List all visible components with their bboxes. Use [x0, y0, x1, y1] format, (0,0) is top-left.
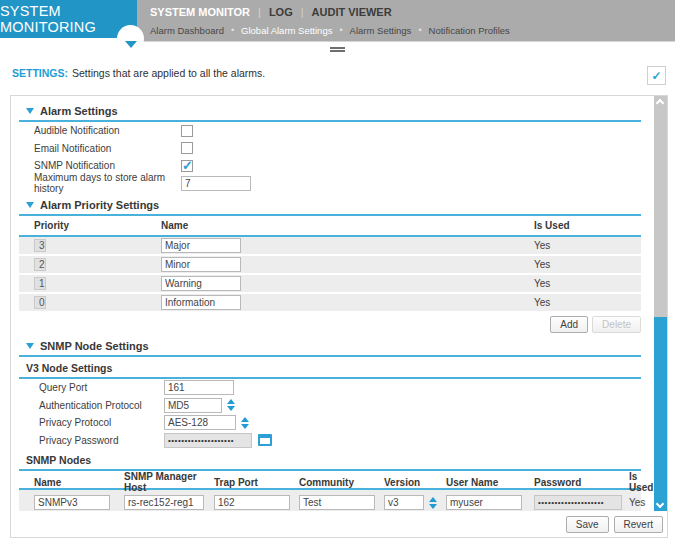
field-label: Maximum days to store alarm history: [34, 172, 181, 194]
section-header-alarm-priority[interactable]: Alarm Priority Settings: [19, 197, 641, 213]
field-email-notification: Email Notification: [19, 140, 641, 158]
apply-settings-button[interactable]: ✓: [647, 66, 666, 85]
column-header-version: Version: [384, 477, 446, 488]
auth-protocol-select[interactable]: MD5: [164, 398, 235, 413]
settings-description: Settings that are applied to all the ala…: [72, 67, 265, 79]
priority-add-button[interactable]: Add: [550, 316, 588, 333]
snmp-nodes-table-header: Name SNMP Manager Host Trap Port Communi…: [19, 471, 641, 488]
column-header-community: Community: [299, 477, 384, 488]
tab-system-monitor[interactable]: SYSTEM MONITOR: [150, 6, 250, 18]
field-label: Privacy Password: [39, 435, 164, 446]
section-title: SNMP Node Settings: [40, 340, 149, 352]
priority-value: 1: [34, 277, 46, 290]
settings-panel: Alarm Settings Audible Notification Emai…: [10, 95, 668, 538]
snmp-notification-checkbox[interactable]: [181, 160, 193, 172]
priority-is-used: Yes: [534, 297, 641, 308]
priority-delete-button[interactable]: Delete: [592, 316, 641, 333]
breadcrumb-global-alarm-settings[interactable]: Global Alarm Settings: [241, 25, 332, 36]
v3-node-settings-title: V3 Node Settings: [19, 362, 641, 376]
breadcrumb-alarm-dashboard[interactable]: Alarm Dashboard: [150, 25, 224, 36]
priority-is-used: Yes: [534, 259, 641, 270]
collapse-triangle-icon: [26, 108, 34, 114]
breadcrumb-dot: •: [231, 25, 234, 35]
node-name-input[interactable]: [34, 495, 110, 510]
section-header-alarm-settings[interactable]: Alarm Settings: [19, 103, 641, 119]
breadcrumb-alarm-settings[interactable]: Alarm Settings: [350, 25, 412, 36]
field-audible-notification: Audible Notification: [19, 122, 641, 140]
column-header-is-used: Is Used: [629, 471, 653, 493]
field-label: Privacy Protocol: [39, 417, 164, 428]
chevron-down-icon: [125, 41, 137, 48]
app-menu-toggle[interactable]: [117, 25, 144, 52]
breadcrumb-notification-profiles[interactable]: Notification Profiles: [429, 25, 510, 36]
tab-log[interactable]: LOG: [269, 6, 293, 18]
scrollbar-thumb[interactable]: [654, 317, 667, 511]
priority-table-row[interactable]: 3 Yes: [19, 237, 641, 254]
scroll-down-icon[interactable]: [656, 500, 664, 508]
node-user-input[interactable]: [446, 495, 522, 510]
node-community-input[interactable]: [299, 495, 375, 510]
auth-protocol-value: MD5: [164, 398, 222, 413]
column-header-trap-port: Trap Port: [214, 477, 299, 488]
priority-table-row[interactable]: 2 Yes: [19, 256, 641, 273]
revert-button[interactable]: Revert: [614, 516, 663, 533]
priority-name-input[interactable]: [161, 295, 241, 310]
priority-name-input[interactable]: [161, 257, 241, 272]
priority-table-actions: Add Delete: [19, 316, 641, 333]
priority-table-row[interactable]: 0 Yes: [19, 294, 641, 311]
field-label: Email Notification: [34, 143, 181, 154]
field-query-port: Query Port: [19, 379, 641, 397]
node-version-select[interactable]: v3: [384, 495, 446, 510]
priority-name-input[interactable]: [161, 238, 241, 253]
node-password-field[interactable]: ••••••••••••••••••••: [534, 495, 622, 510]
top-navbar: SYSTEM MONITOR | LOG | AUDIT VIEWER Alar…: [137, 0, 675, 42]
settings-panel-body: Alarm Settings Audible Notification Emai…: [11, 96, 667, 511]
field-privacy-protocol: Privacy Protocol AES-128: [19, 414, 641, 432]
privacy-password-field[interactable]: ••••••••••••••••••••: [164, 433, 252, 448]
email-notification-checkbox[interactable]: [181, 142, 193, 154]
show-password-icon[interactable]: [258, 434, 272, 446]
priority-name-input[interactable]: [161, 276, 241, 291]
breadcrumb: Alarm Dashboard • Global Alarm Settings …: [150, 22, 675, 38]
menu-separator: |: [258, 6, 261, 18]
field-auth-protocol: Authentication Protocol MD5: [19, 397, 641, 415]
settings-intro: SETTINGS: Settings that are applied to a…: [12, 67, 639, 79]
section-title: Alarm Settings: [40, 105, 118, 117]
spinner-icon[interactable]: [429, 497, 437, 509]
spinner-icon[interactable]: [227, 399, 235, 411]
audible-notification-checkbox[interactable]: [181, 125, 193, 137]
node-host-input[interactable]: [124, 495, 204, 510]
column-header-password: Password: [534, 477, 629, 488]
section-divider: [19, 355, 641, 357]
column-header-host: SNMP Manager Host: [124, 471, 214, 493]
priority-value: 2: [34, 258, 46, 271]
vertical-scrollbar[interactable]: [654, 96, 667, 511]
section-header-snmp-node-settings[interactable]: SNMP Node Settings: [19, 338, 641, 354]
max-days-input[interactable]: [181, 176, 251, 191]
column-header-name: Name: [161, 220, 534, 231]
privacy-protocol-select[interactable]: AES-128: [164, 415, 249, 430]
column-header-user-name: User Name: [446, 477, 534, 488]
query-port-input[interactable]: [164, 380, 234, 395]
snmp-node-row[interactable]: v3 •••••••••••••••••••• Yes: [19, 490, 641, 511]
scroll-up-icon[interactable]: [656, 99, 664, 107]
field-max-days: Maximum days to store alarm history: [19, 175, 641, 193]
splitter-handle[interactable]: [330, 47, 346, 53]
save-button[interactable]: Save: [566, 516, 609, 533]
column-header-name: Name: [34, 477, 124, 488]
priority-table-row[interactable]: 1 Yes: [19, 275, 641, 292]
field-label: Query Port: [39, 382, 164, 393]
panel-footer: Save Revert: [11, 511, 667, 537]
priority-table-header: Priority Name Is Used: [19, 216, 641, 235]
column-header-is-used: Is Used: [534, 220, 641, 231]
node-is-used: Yes: [629, 495, 645, 508]
breadcrumb-dot: •: [339, 25, 342, 35]
spinner-icon[interactable]: [241, 417, 249, 429]
tab-audit-viewer[interactable]: AUDIT VIEWER: [312, 6, 392, 18]
breadcrumb-dot: •: [418, 25, 421, 35]
snmp-nodes-title: SNMP Nodes: [19, 454, 641, 468]
node-trap-port-input[interactable]: [214, 495, 290, 510]
menu-separator: |: [301, 6, 304, 18]
drag-handle-icon: [330, 47, 345, 52]
check-icon: ✓: [651, 69, 661, 83]
